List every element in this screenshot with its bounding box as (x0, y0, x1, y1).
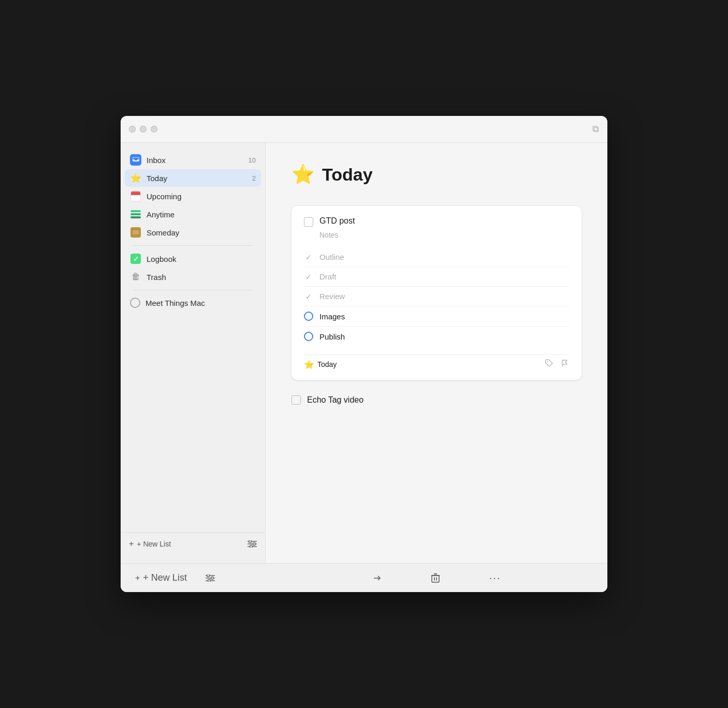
bottom-toolbar: + + New List (121, 563, 607, 592)
subtask-check-publish[interactable] (304, 332, 313, 341)
task-card-gtd-post: GTD post Notes ✓ Outline ✓ Draft (292, 206, 581, 380)
subtask-label-images: Images (319, 312, 345, 321)
task-footer-icons (545, 359, 569, 370)
task-footer-schedule: Today (317, 360, 337, 368)
maximize-button[interactable] (151, 126, 157, 132)
subtask-label-publish: Publish (319, 332, 345, 341)
new-list-toolbar-label: + New List (143, 572, 187, 583)
upcoming-icon (130, 190, 141, 202)
sidebar-item-today[interactable]: ⭐ Today 2 (125, 169, 261, 187)
subtask-images: Images (304, 306, 569, 327)
someday-icon (130, 227, 141, 238)
delete-icon (431, 573, 440, 583)
svg-point-11 (207, 574, 209, 577)
task-title-input[interactable]: GTD post (319, 216, 569, 226)
echo-tag-checkbox[interactable] (292, 395, 301, 405)
copy-icon[interactable]: ⧉ (592, 124, 599, 134)
meet-things-mac-icon (130, 298, 140, 308)
sidebar-item-inbox[interactable]: Inbox 10 (125, 151, 261, 169)
sidebar-item-meet-things-mac[interactable]: Meet Things Mac (125, 294, 261, 311)
traffic-lights (129, 126, 157, 132)
svg-point-12 (211, 577, 213, 579)
subtask-publish: Publish (304, 327, 569, 346)
svg-point-7 (547, 361, 548, 362)
tag-icon[interactable] (545, 359, 554, 370)
new-list-label: + New List (137, 540, 171, 548)
detail-title: ⭐ Today (292, 164, 581, 185)
sidebar-item-logbook[interactable]: ✓ Logbook (125, 250, 261, 268)
today-label: Today (147, 174, 247, 183)
new-list-toolbar-icon: + (135, 573, 140, 583)
anytime-label: Anytime (147, 210, 256, 219)
flag-icon[interactable] (561, 359, 569, 370)
detail-title-icon: ⭐ (292, 164, 315, 185)
filter-button[interactable] (247, 540, 257, 548)
task-subtasks: ✓ Outline ✓ Draft ✓ Review (304, 247, 569, 346)
svg-point-5 (253, 543, 256, 545)
task-checkbox[interactable] (304, 217, 313, 227)
sidebar-item-trash[interactable]: 🗑 Trash (125, 268, 261, 286)
move-icon (372, 574, 382, 582)
svg-point-4 (249, 540, 252, 543)
task-notes[interactable]: Notes (319, 231, 569, 239)
app-window: ⧉ Inbox 10 ⭐ (121, 116, 607, 592)
subtask-label-draft: Draft (319, 272, 337, 281)
upcoming-label: Upcoming (147, 192, 256, 201)
logbook-label: Logbook (147, 255, 256, 263)
detail-title-text: Today (322, 165, 373, 185)
main-content: Inbox 10 ⭐ Today 2 (121, 143, 607, 563)
inbox-icon (130, 154, 141, 166)
subtask-label-review: Review (319, 292, 345, 301)
sidebar-item-someday[interactable]: Someday (125, 224, 261, 241)
more-icon: ··· (489, 572, 501, 584)
subtask-review: ✓ Review (304, 287, 569, 306)
minimize-button[interactable] (140, 126, 147, 132)
sidebar-divider-1 (133, 245, 253, 246)
new-list-toolbar-button[interactable]: + + New List (131, 570, 191, 585)
filter-toolbar-button[interactable] (201, 572, 219, 584)
toolbar-left: + + New List (131, 570, 276, 585)
new-list-button[interactable]: + + New List (129, 539, 171, 549)
subtask-draft: ✓ Draft (304, 267, 569, 287)
subtask-check-outline[interactable]: ✓ (304, 253, 313, 261)
delete-toolbar-button[interactable] (427, 571, 444, 585)
task-footer: ⭐ Today (304, 355, 569, 370)
task-row-echo-tag-video: Echo Tag video (292, 388, 581, 412)
task-footer-star-icon: ⭐ (304, 360, 314, 370)
filter-icon (247, 540, 257, 548)
someday-label: Someday (147, 228, 256, 237)
subtask-check-images[interactable] (304, 312, 313, 321)
sidebar-item-anytime[interactable]: Anytime (125, 205, 261, 223)
sidebar-footer: + + New List (121, 533, 265, 555)
today-badge: 2 (252, 174, 256, 182)
sidebar-item-upcoming[interactable]: Upcoming (125, 187, 261, 205)
echo-tag-label: Echo Tag video (307, 395, 363, 405)
sidebar: Inbox 10 ⭐ Today 2 (121, 143, 266, 563)
subtask-label-outline: Outline (319, 253, 344, 261)
today-icon: ⭐ (130, 172, 141, 184)
plus-icon: + (129, 539, 134, 549)
anytime-icon (130, 209, 141, 220)
meet-things-mac-label: Meet Things Mac (145, 299, 256, 307)
titlebar: ⧉ (121, 116, 607, 143)
move-toolbar-button[interactable] (368, 572, 386, 584)
subtask-check-draft[interactable]: ✓ (304, 273, 313, 281)
task-footer-today[interactable]: ⭐ Today (304, 360, 337, 370)
svg-rect-15 (432, 576, 439, 582)
trash-icon: 🗑 (130, 271, 141, 283)
trash-label: Trash (147, 273, 256, 282)
detail-panel: ⭐ Today GTD post Notes ✓ Outline (266, 143, 607, 563)
svg-point-6 (250, 545, 253, 548)
titlebar-right: ⧉ (592, 124, 599, 135)
sidebar-divider-2 (133, 290, 253, 290)
subtask-check-review[interactable]: ✓ (304, 292, 313, 301)
more-toolbar-button[interactable]: ··· (485, 570, 505, 586)
filter-toolbar-icon (206, 574, 215, 582)
inbox-badge: 10 (249, 156, 256, 164)
task-header: GTD post (304, 216, 569, 227)
svg-point-13 (208, 579, 210, 582)
sidebar-items: Inbox 10 ⭐ Today 2 (121, 151, 265, 533)
inbox-label: Inbox (147, 156, 243, 165)
logbook-icon: ✓ (130, 253, 141, 264)
close-button[interactable] (129, 126, 136, 132)
